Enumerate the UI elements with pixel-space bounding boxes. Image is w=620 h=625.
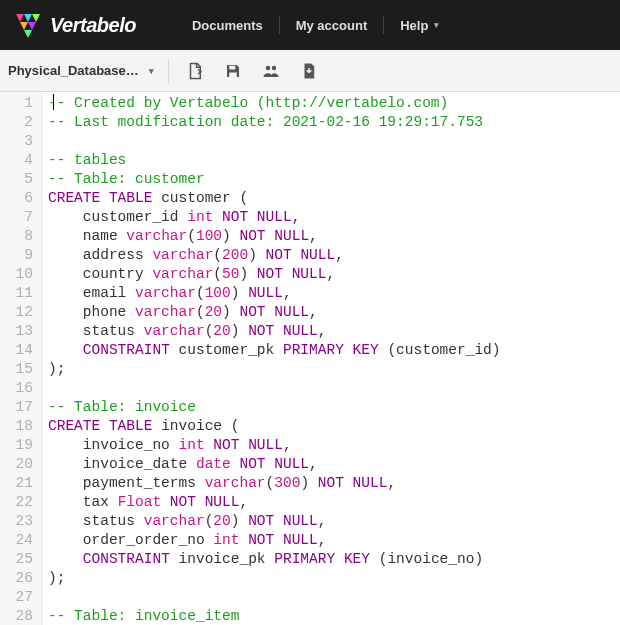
document-selector[interactable]: Physical_Database… ▾ — [8, 63, 154, 78]
code-line[interactable] — [48, 588, 501, 607]
code-line[interactable]: CONSTRAINT customer_pk PRIMARY KEY (cust… — [48, 341, 501, 360]
go-to-model-button[interactable] — [183, 59, 207, 83]
brand-name: Vertabelo — [50, 14, 136, 37]
code-line[interactable]: payment_terms varchar(300) NOT NULL, — [48, 474, 501, 493]
svg-rect-7 — [229, 72, 237, 77]
svg-point-9 — [272, 65, 277, 70]
code-line[interactable]: -- tables — [48, 151, 501, 170]
users-icon — [262, 62, 280, 80]
code-line[interactable]: ); — [48, 360, 501, 379]
toolbar: Physical_Database… ▾ — [0, 50, 620, 92]
nav-documents[interactable]: Documents — [176, 10, 279, 40]
brand-logo[interactable]: Vertabelo — [16, 12, 136, 38]
code-line[interactable]: customer_id int NOT NULL, — [48, 208, 501, 227]
svg-marker-2 — [32, 14, 40, 22]
code-line[interactable]: CREATE TABLE customer ( — [48, 189, 501, 208]
svg-rect-6 — [229, 65, 235, 69]
svg-marker-5 — [24, 30, 32, 38]
document-arrow-icon — [186, 62, 204, 80]
code-line[interactable]: address varchar(200) NOT NULL, — [48, 246, 501, 265]
svg-marker-0 — [16, 14, 24, 22]
nav-help-label: Help — [400, 18, 428, 33]
code-line[interactable]: CREATE TABLE invoice ( — [48, 417, 501, 436]
code-line[interactable]: invoice_no int NOT NULL, — [48, 436, 501, 455]
code-line[interactable]: invoice_date date NOT NULL, — [48, 455, 501, 474]
save-button[interactable] — [221, 59, 245, 83]
download-icon — [300, 62, 318, 80]
code-line[interactable]: -- Table: invoice_item — [48, 607, 501, 625]
code-line[interactable]: status varchar(20) NOT NULL, — [48, 322, 501, 341]
svg-marker-4 — [28, 22, 36, 30]
svg-marker-3 — [20, 22, 28, 30]
chevron-down-icon: ▾ — [149, 66, 154, 76]
code-line[interactable]: order_order_no int NOT NULL, — [48, 531, 501, 550]
nav-help[interactable]: Help ▾ — [384, 10, 455, 40]
save-icon — [224, 62, 242, 80]
code-line[interactable]: -- Last modification date: 2021-02-16 19… — [48, 113, 501, 132]
code-line[interactable]: -- Table: invoice — [48, 398, 501, 417]
line-number-gutter: 1234567891011121314151617181920212223242… — [0, 92, 42, 625]
code-line[interactable]: email varchar(100) NULL, — [48, 284, 501, 303]
svg-point-8 — [266, 65, 271, 70]
sql-editor[interactable]: 1234567891011121314151617181920212223242… — [0, 92, 620, 625]
logo-icon — [16, 12, 42, 38]
top-navbar: Vertabelo Documents My account Help ▾ — [0, 0, 620, 50]
code-area[interactable]: -- Created by Vertabelo (http://vertabel… — [42, 92, 507, 625]
chevron-down-icon: ▾ — [434, 20, 439, 30]
code-line[interactable]: name varchar(100) NOT NULL, — [48, 227, 501, 246]
code-line[interactable] — [48, 132, 501, 151]
share-button[interactable] — [259, 59, 283, 83]
code-line[interactable]: status varchar(20) NOT NULL, — [48, 512, 501, 531]
code-line[interactable] — [48, 379, 501, 398]
code-line[interactable]: country varchar(50) NOT NULL, — [48, 265, 501, 284]
code-line[interactable]: tax Float NOT NULL, — [48, 493, 501, 512]
code-line[interactable]: CONSTRAINT invoice_pk PRIMARY KEY (invoi… — [48, 550, 501, 569]
code-line[interactable]: phone varchar(20) NOT NULL, — [48, 303, 501, 322]
text-cursor — [53, 94, 54, 110]
svg-marker-1 — [24, 14, 32, 22]
document-name: Physical_Database… — [8, 63, 139, 78]
download-button[interactable] — [297, 59, 321, 83]
nav-my-account[interactable]: My account — [280, 10, 384, 40]
code-line[interactable]: -- Table: customer — [48, 170, 501, 189]
toolbar-separator — [168, 59, 169, 83]
code-line[interactable]: ); — [48, 569, 501, 588]
code-line[interactable]: -- Created by Vertabelo (http://vertabel… — [48, 94, 501, 113]
